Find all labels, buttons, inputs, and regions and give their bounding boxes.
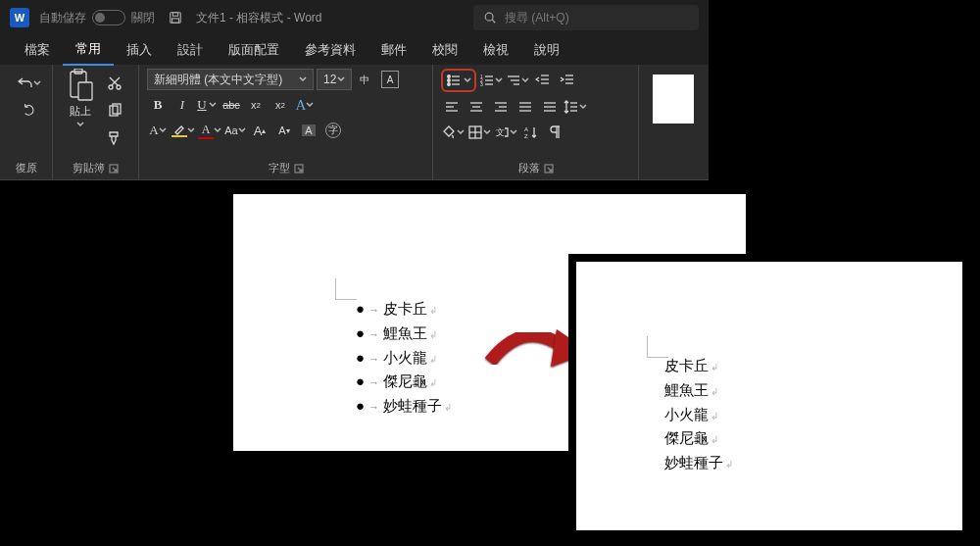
group-label-paragraph: 段落: [518, 161, 540, 175]
svg-text:中: 中: [360, 74, 369, 85]
highlight-icon: [173, 124, 185, 135]
autosave-label: 自動儲存: [39, 10, 86, 26]
toggle-knob: [95, 13, 105, 23]
char-border-button[interactable]: A: [379, 69, 401, 90]
align-center-button[interactable]: [466, 96, 487, 118]
dialog-launcher-icon[interactable]: [109, 164, 119, 174]
paste-label: 貼上: [70, 104, 91, 119]
style-preview[interactable]: [653, 74, 694, 124]
decrease-indent-icon: [535, 73, 551, 88]
dialog-launcher-icon[interactable]: [544, 164, 554, 174]
tab-help[interactable]: 說明: [521, 36, 572, 65]
text-effects-button[interactable]: A: [294, 94, 316, 116]
tab-file[interactable]: 檔案: [12, 36, 63, 65]
bold-button[interactable]: B: [147, 94, 169, 116]
sort-icon: AZ: [523, 124, 539, 140]
chevron-down-icon: [464, 76, 471, 84]
underline-button[interactable]: U: [196, 94, 218, 116]
subscript-button[interactable]: x2: [245, 94, 267, 116]
phonetic-guide-icon: 中: [358, 72, 373, 87]
char-border-icon: A: [381, 71, 399, 88]
phonetic-guide-button[interactable]: 中: [355, 69, 376, 90]
increase-indent-button[interactable]: [557, 70, 578, 91]
show-marks-button[interactable]: [545, 122, 566, 143]
tab-review[interactable]: 校閱: [419, 36, 470, 65]
tab-insert[interactable]: 插入: [114, 36, 165, 65]
tab-references[interactable]: 參考資料: [292, 36, 368, 65]
numbering-button[interactable]: 123: [479, 70, 503, 91]
superscript-button[interactable]: x2: [270, 94, 291, 116]
group-label-clipboard: 剪貼簿: [73, 161, 105, 175]
save-button[interactable]: [165, 7, 186, 28]
document-page-after[interactable]: 皮卡丘↲ 鯉魚王↲ 小火龍↲ 傑尼龜↲ 妙蛙種子↲: [576, 262, 962, 530]
copy-button[interactable]: [104, 100, 125, 122]
font-size-combo[interactable]: 12: [317, 69, 352, 90]
decrease-indent-button[interactable]: [532, 70, 554, 91]
font-color-button[interactable]: A: [198, 120, 221, 141]
format-painter-button[interactable]: [104, 127, 125, 149]
chevron-down-icon: [510, 128, 517, 136]
group-clipboard: 貼上 剪貼簿: [53, 65, 139, 179]
svg-text:A: A: [524, 126, 528, 132]
list-item: 鯉魚王↲: [664, 378, 733, 403]
tab-mailings[interactable]: 郵件: [368, 36, 419, 65]
align-right-button[interactable]: [490, 96, 512, 118]
bullets-icon: [446, 73, 462, 88]
multilevel-list-button[interactable]: [506, 70, 529, 91]
app-icon-letter: W: [15, 12, 24, 24]
list-item: 皮卡丘↲: [664, 354, 733, 378]
shading-button[interactable]: [441, 122, 465, 143]
undo-button[interactable]: [8, 73, 51, 94]
tab-home[interactable]: 常用: [63, 35, 114, 66]
shrink-font-button[interactable]: A▾: [273, 120, 295, 141]
sort-button[interactable]: AZ: [520, 122, 542, 143]
pilcrow-icon: [548, 124, 564, 140]
grow-font-button[interactable]: A▴: [249, 120, 270, 141]
change-case-button[interactable]: Aa: [224, 120, 246, 141]
tab-layout[interactable]: 版面配置: [216, 36, 292, 65]
align-distribute-button[interactable]: [539, 96, 561, 118]
search-input[interactable]: 搜尋 (Alt+Q): [473, 5, 699, 30]
paste-button[interactable]: 貼上: [61, 69, 100, 149]
chevron-down-icon: [76, 121, 84, 128]
tab-design[interactable]: 設計: [165, 36, 216, 65]
strikethrough-button[interactable]: abc: [220, 94, 242, 116]
dialog-launcher-icon[interactable]: [294, 164, 304, 174]
align-left-button[interactable]: [441, 96, 463, 118]
autosave-toggle[interactable]: [92, 10, 125, 25]
list-item: ●→鯉魚王↲: [356, 322, 452, 346]
svg-point-17: [448, 79, 451, 82]
text-direction-button[interactable]: 文: [494, 122, 517, 143]
list-item: ●→皮卡丘↲: [356, 297, 452, 322]
borders-button[interactable]: [467, 122, 491, 143]
highlight-button[interactable]: [172, 120, 195, 141]
list-item: ●→小火龍↲: [356, 346, 452, 371]
redo-icon: [22, 103, 37, 119]
autosave-control[interactable]: 自動儲存 關閉: [39, 10, 155, 26]
paste-icon: [67, 69, 94, 102]
svg-rect-2: [172, 19, 179, 23]
line-spacing-button[interactable]: [564, 96, 587, 118]
chevron-down-icon: [33, 79, 41, 87]
svg-point-3: [485, 13, 493, 21]
chevron-down-icon: [209, 101, 217, 109]
list-item: 傑尼龜↲: [664, 426, 733, 451]
format-painter-icon: [107, 130, 122, 146]
document-title: 文件1 - 相容模式 - Word: [196, 10, 321, 26]
char-shading-button[interactable]: A: [298, 120, 319, 141]
redo-button[interactable]: [8, 100, 51, 122]
increase-indent-icon: [560, 73, 575, 88]
bullets-button[interactable]: [441, 69, 476, 92]
font-name-value: 新細明體 (本文中文字型): [154, 72, 282, 88]
tab-view[interactable]: 檢視: [470, 36, 521, 65]
group-styles: [639, 65, 702, 179]
cut-button[interactable]: [104, 73, 125, 94]
font-color-like-button[interactable]: A: [147, 120, 169, 141]
enclose-char-button[interactable]: 字: [322, 120, 344, 141]
align-justify-button[interactable]: [514, 96, 536, 118]
list-item: 小火龍↲: [664, 403, 733, 427]
italic-button[interactable]: I: [172, 94, 193, 116]
font-name-combo[interactable]: 新細明體 (本文中文字型): [147, 69, 314, 90]
borders-icon: [467, 124, 483, 140]
multilevel-list-icon: [506, 73, 521, 88]
